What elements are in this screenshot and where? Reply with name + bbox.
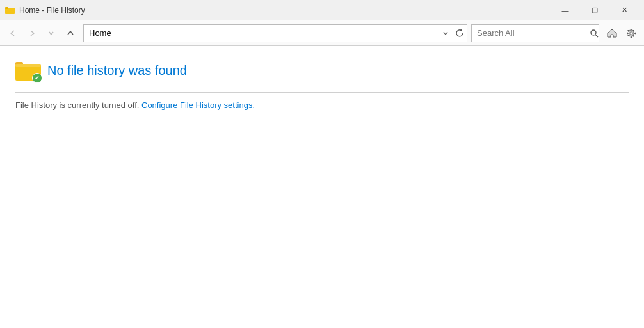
content-divider — [15, 92, 629, 93]
configure-link[interactable]: Configure File History settings. — [141, 100, 255, 110]
window-controls: — ▢ ✕ — [551, 0, 639, 20]
minimize-button[interactable]: — — [551, 0, 580, 20]
status-description: File History is currently turned off. — [15, 100, 141, 110]
forward-button[interactable] — [23, 24, 41, 42]
address-dropdown-icon — [443, 31, 448, 36]
home-icon — [607, 28, 617, 38]
dropdown-icon — [48, 30, 54, 36]
back-button[interactable] — [4, 24, 22, 42]
window-title: Home - File History — [19, 6, 551, 15]
close-button[interactable]: ✕ — [609, 0, 639, 20]
svg-line-4 — [596, 35, 599, 37]
refresh-button[interactable] — [453, 25, 467, 42]
app-icon — [5, 5, 15, 15]
search-icon — [590, 29, 599, 38]
content-header: ✓ No file history was found — [15, 59, 629, 82]
address-bar — [83, 24, 467, 42]
search-button[interactable] — [590, 25, 599, 42]
nav-bar — [0, 20, 644, 46]
refresh-icon — [455, 29, 464, 38]
title-bar: Home - File History — ▢ ✕ — [0, 0, 644, 20]
address-dropdown-button[interactable] — [439, 25, 453, 42]
search-bar — [471, 24, 599, 42]
recent-locations-button[interactable] — [42, 24, 60, 42]
maximize-button[interactable]: ▢ — [580, 0, 609, 20]
address-input[interactable] — [84, 25, 439, 42]
folder-icon-wrapper: ✓ — [15, 59, 41, 82]
up-button[interactable] — [61, 24, 79, 42]
main-content: ✓ No file history was found File History… — [0, 46, 644, 328]
status-text: File History is currently turned off. Co… — [15, 100, 629, 110]
settings-button[interactable] — [622, 24, 640, 42]
svg-point-3 — [591, 30, 596, 35]
folder-badge: ✓ — [32, 73, 42, 83]
up-icon — [67, 29, 74, 37]
gear-icon — [626, 28, 636, 38]
toolbar-right — [603, 24, 640, 42]
svg-point-7 — [630, 31, 632, 34]
page-title: No file history was found — [47, 63, 187, 78]
svg-rect-2 — [5, 7, 8, 9]
forward-icon — [28, 29, 36, 37]
back-icon — [9, 29, 17, 37]
home-button[interactable] — [603, 24, 621, 42]
search-input[interactable] — [472, 25, 590, 42]
svg-rect-10 — [15, 64, 41, 67]
